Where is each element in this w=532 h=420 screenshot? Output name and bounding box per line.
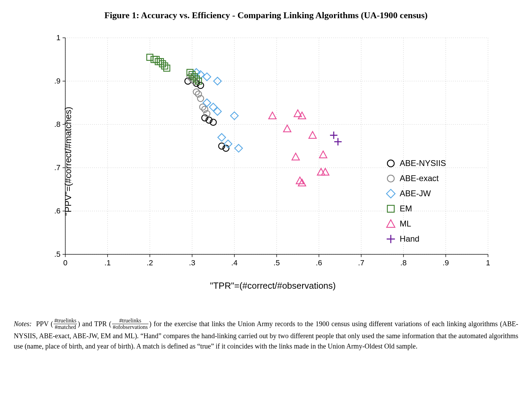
figure-notes: Notes: PPV (#truelinks#matched) and TPR … (14, 319, 518, 351)
tpr-fraction: #truelinks#ofobservations (112, 318, 148, 330)
legend-label: ML (400, 219, 411, 228)
chart-container: "PPV"=(#correct/#matches) 0.1.2.3.4.5.6.… (34, 31, 511, 291)
svg-text:.9: .9 (54, 77, 60, 85)
tpr-den: #ofobservations (112, 324, 148, 330)
svg-rect-76 (162, 63, 168, 69)
svg-text:1: 1 (56, 33, 60, 42)
legend-label: EM (400, 204, 412, 213)
scatter-chart: 0.1.2.3.4.5.6.7.8.91.5.6.7.8.91ABE-NYSII… (34, 31, 502, 278)
legend-label: Hand (400, 234, 419, 243)
legend-label: ABE-exact (400, 174, 439, 183)
figure-title: Figure 1: Accuracy vs. Efficiency - Comp… (7, 10, 525, 21)
svg-text:.3: .3 (189, 258, 195, 267)
svg-rect-70 (147, 54, 153, 60)
svg-text:.6: .6 (54, 207, 60, 215)
svg-text:1: 1 (486, 258, 490, 267)
tpr-num: #truelinks (112, 318, 148, 324)
svg-text:.9: .9 (443, 258, 449, 267)
svg-rect-71 (151, 56, 157, 63)
ppv-fraction: #truelinks#matched (54, 318, 77, 330)
notes-lead: Notes: (14, 320, 32, 328)
y-axis-label: "PPV"=(#correct/#matches) (63, 107, 74, 215)
ppv-num: #truelinks (54, 318, 77, 324)
svg-point-88 (387, 175, 394, 182)
svg-text:.6: .6 (316, 258, 322, 267)
notes-ppv-label: PPV (36, 320, 48, 328)
svg-text:.8: .8 (54, 120, 60, 129)
svg-rect-72 (153, 56, 159, 63)
svg-rect-74 (157, 58, 164, 65)
x-axis-label: "TPR"=(#correct/#observations) (34, 280, 511, 291)
svg-text:0: 0 (63, 258, 67, 267)
svg-text:.5: .5 (274, 258, 280, 267)
ppv-den: #matched (54, 324, 77, 330)
svg-rect-77 (164, 65, 170, 71)
svg-rect-73 (155, 58, 162, 65)
svg-point-87 (387, 160, 394, 167)
notes-tpr-label: TPR (94, 320, 107, 328)
legend-label: ABE-JW (400, 189, 431, 198)
svg-text:.4: .4 (231, 258, 237, 267)
svg-text:.7: .7 (358, 258, 364, 267)
notes-body: for the exercise that links the Union Ar… (14, 320, 518, 350)
svg-text:.7: .7 (54, 163, 60, 172)
svg-rect-75 (159, 61, 166, 67)
legend: ABE-NYSIISABE-exactABE-JWEMMLHand (387, 158, 446, 243)
legend-label: ABE-NYSIIS (400, 158, 446, 168)
svg-text:.1: .1 (104, 258, 111, 267)
svg-text:.8: .8 (400, 258, 407, 267)
svg-text:.2: .2 (147, 258, 153, 267)
svg-text:.5: .5 (54, 250, 60, 258)
